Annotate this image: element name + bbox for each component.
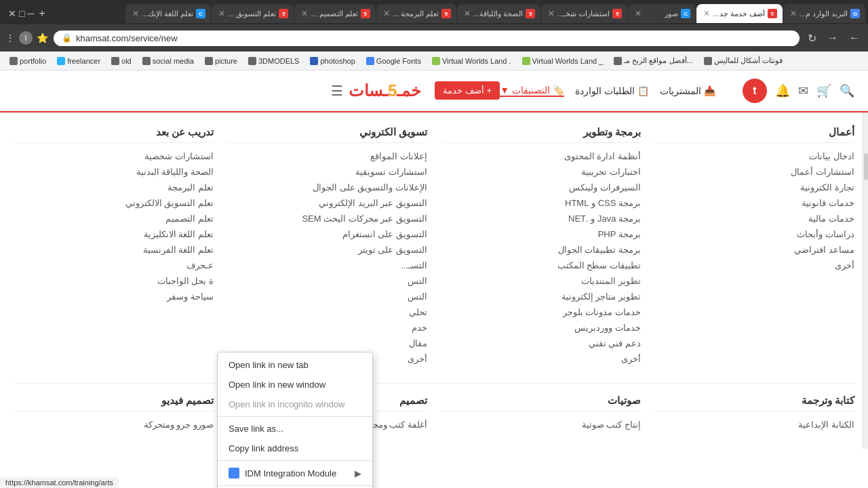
- profile-icon[interactable]: I: [19, 31, 33, 45]
- category-item[interactable]: تطوير متاجر إلكترونية: [441, 291, 641, 302]
- context-menu-item-idm-integration-module[interactable]: IDM Integration Module ▶: [218, 463, 372, 483]
- category-item[interactable]: خدمات مدونات بلوجر: [441, 307, 641, 317]
- category-item[interactable]: تعلم البرمجة: [14, 182, 214, 192]
- context-menu-item-open-link-in-new-tab[interactable]: Open link in new tab: [218, 355, 372, 375]
- close-icon[interactable]: ✕: [8, 8, 16, 19]
- category-item[interactable]: التسويق على انستغرام: [227, 229, 427, 239]
- category-item[interactable]: أنظمة ادارة المحتوى: [441, 151, 641, 161]
- category-item[interactable]: برمجة تطبيقات الجوال: [441, 245, 641, 255]
- bookmark-item[interactable]: old: [107, 56, 136, 66]
- browser-tab[interactable]: C صور ✕: [628, 4, 696, 23]
- category-item[interactable]: التس: [227, 276, 427, 286]
- category-item[interactable]: تعلم التسويق الالكتروني: [14, 198, 214, 208]
- tab-close-icon[interactable]: ✕: [790, 9, 797, 18]
- user-avatar[interactable]: t: [743, 79, 767, 103]
- category-item[interactable]: تطبيقات سطح المكتب: [441, 260, 641, 270]
- category-item[interactable]: أخرى: [441, 354, 641, 364]
- bookmark-item[interactable]: 3DMODELS: [244, 56, 304, 66]
- category-item[interactable]: إنتاج كتب صوتية: [441, 420, 641, 430]
- bookmark-item[interactable]: Virtual Worlds Land .: [428, 56, 515, 66]
- new-tab-button[interactable]: +: [35, 7, 49, 20]
- category-item[interactable]: التس: [227, 291, 427, 302]
- category-item[interactable]: دراسات وأبحاث: [654, 229, 854, 239]
- category-item[interactable]: خدمات مالية: [654, 214, 854, 224]
- browser-tab[interactable]: 5 أضف خدمة جد... ✕: [696, 4, 782, 23]
- context-menu-item-save-link-as...[interactable]: Save link as...: [218, 419, 372, 439]
- bookmark-item[interactable]: portfolio: [5, 56, 50, 66]
- category-item[interactable]: تحلي: [227, 307, 427, 317]
- category-item[interactable]: مساعد افتراضي: [654, 245, 854, 255]
- bookmark-item[interactable]: فونتات أشكال للماليس: [700, 55, 787, 66]
- browser-tab[interactable]: G البريد الوارد م... ✕: [783, 4, 865, 23]
- nav-categories[interactable]: 🏷️ التصنيفات ▼: [500, 85, 564, 97]
- category-item[interactable]: اختبارات تجريبية: [441, 167, 641, 177]
- browser-tab[interactable]: 5 الصحة واللياقة... ✕: [457, 4, 540, 23]
- tab-close-icon[interactable]: ✕: [383, 9, 390, 18]
- category-item[interactable]: الإعلانات والتسويق على الجوال: [227, 182, 427, 192]
- nav-incoming-orders[interactable]: 📥 المشتريات: [660, 85, 715, 96]
- bookmark-item[interactable]: social media: [138, 56, 198, 66]
- extensions-icon[interactable]: ⭐: [37, 33, 48, 43]
- category-item[interactable]: خدم: [227, 323, 427, 333]
- context-menu-item-open-link-in-new-window[interactable]: Open link in new window: [218, 375, 372, 394]
- tab-close-icon[interactable]: ✕: [703, 9, 710, 18]
- category-item[interactable]: برمجة Java و .NET: [441, 214, 641, 224]
- bookmark-item[interactable]: picture: [201, 56, 241, 66]
- browser-tab[interactable]: 5 تعلم التسويق ... ✕: [212, 4, 294, 23]
- context-menu-item-copy-link-address[interactable]: Copy link address: [218, 439, 372, 458]
- search-icon[interactable]: 🔍: [840, 83, 854, 98]
- message-icon[interactable]: ✉: [798, 83, 808, 98]
- more-icon[interactable]: ⋮: [5, 33, 15, 43]
- category-item[interactable]: تعلم اللغة الانكليزية: [14, 229, 214, 239]
- tab-close-icon[interactable]: ✕: [548, 9, 555, 18]
- category-item[interactable]: إعلانات المواقع: [227, 151, 427, 161]
- nav-purchases[interactable]: 📋 الطلبات الواردة: [575, 85, 649, 96]
- tab-close-icon[interactable]: ✕: [464, 9, 471, 18]
- back-button[interactable]: ←: [846, 30, 863, 45]
- tab-close-icon[interactable]: ✕: [635, 9, 642, 18]
- category-item[interactable]: التسـ...: [227, 260, 427, 270]
- category-item[interactable]: تعلم التصميم: [14, 214, 214, 224]
- category-item[interactable]: خدمات ووردبريس: [441, 323, 641, 333]
- browser-tab[interactable]: 5 استشارات شخـ... ✕: [541, 4, 627, 23]
- browser-tab[interactable]: 5 تعلم التصميم ... ✕: [294, 4, 375, 23]
- category-item[interactable]: التسويق على تويتر: [227, 245, 427, 255]
- category-item[interactable]: تجارة الكترونية: [654, 182, 854, 192]
- category-item[interactable]: سياحة وسفر: [14, 291, 214, 302]
- browser-tab[interactable]: 5 تعلم البرمجة ... ✕: [376, 4, 456, 23]
- notification-icon[interactable]: 🔔: [775, 83, 790, 98]
- minimize-icon[interactable]: ─: [27, 8, 34, 19]
- category-item[interactable]: تعلم اللغة الفرنسية: [14, 245, 214, 255]
- category-item[interactable]: استشارات أعمال: [654, 167, 854, 177]
- bookmark-item[interactable]: Virtual Worlds Land _: [518, 56, 608, 66]
- tab-close-icon[interactable]: ✕: [301, 9, 308, 18]
- category-item[interactable]: التسويق عبر البريد الإلكتروني: [227, 198, 427, 208]
- category-item[interactable]: عـحرف: [14, 260, 214, 270]
- site-logo[interactable]: خمـ5ـسات: [349, 81, 421, 100]
- category-item[interactable]: الكتابة الإبداعية: [654, 420, 854, 430]
- bookmark-item[interactable]: freelancer: [53, 56, 104, 66]
- tab-close-icon[interactable]: ✕: [132, 9, 139, 18]
- category-item[interactable]: السيرفرات ولينكس: [441, 182, 641, 192]
- bookmark-item[interactable]: أفضل مواقع الربح مـ...: [610, 55, 696, 66]
- menu-icon[interactable]: ☰: [331, 83, 343, 99]
- tab-close-icon[interactable]: ✕: [218, 9, 225, 18]
- category-item[interactable]: دعم فني تقني: [441, 338, 641, 348]
- category-item[interactable]: استشارات شخصية: [14, 151, 214, 161]
- bookmark-item[interactable]: photoshop: [306, 56, 359, 66]
- browser-tab[interactable]: C تعلم اللغة الإنك... ✕: [125, 4, 211, 23]
- category-item[interactable]: التسويق عبر محركات البحث SEM: [227, 214, 427, 224]
- category-item[interactable]: ة بحل الواجبات: [14, 276, 214, 286]
- category-item[interactable]: برمجة CSS و HTML: [441, 198, 641, 208]
- category-item[interactable]: ادخال بيانات: [654, 151, 854, 161]
- cart-icon[interactable]: 🛒: [816, 83, 831, 98]
- bookmark-item[interactable]: Google Fonts: [362, 56, 425, 66]
- address-bar[interactable]: 🔒 khamsat.com/service/new: [54, 30, 800, 46]
- add-service-button[interactable]: + أضف خدمة: [435, 81, 500, 100]
- category-item[interactable]: تطوير المنتديات: [441, 276, 641, 286]
- forward-button[interactable]: →: [825, 30, 841, 45]
- category-item[interactable]: برمجة PHP: [441, 229, 641, 239]
- category-item[interactable]: مقال: [227, 338, 427, 348]
- category-item[interactable]: صورو جرو ومتحركة: [14, 420, 214, 430]
- category-item[interactable]: الصحة واللياقة البدنية: [14, 167, 214, 177]
